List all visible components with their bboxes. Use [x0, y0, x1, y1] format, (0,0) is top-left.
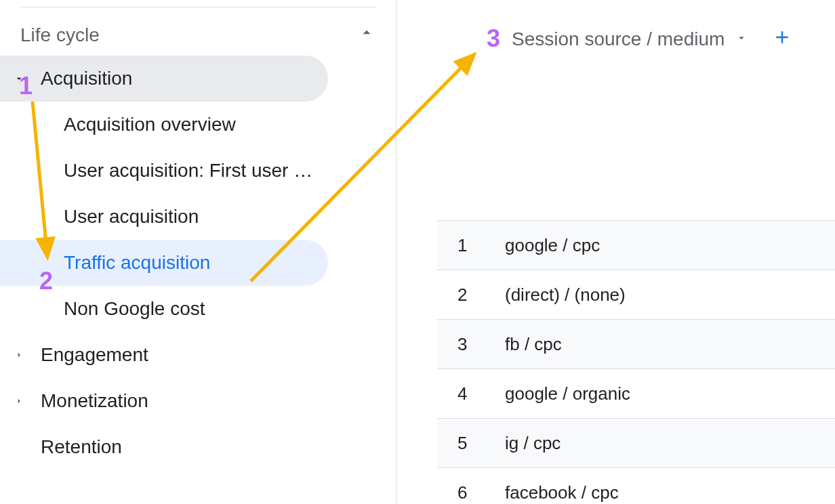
sidebar-item-monetization[interactable]: Monetization [0, 378, 328, 424]
row-value: facebook / cpc [505, 482, 619, 503]
caret-right-icon [14, 396, 41, 406]
row-index: 4 [457, 383, 505, 404]
table-row[interactable]: 3 fb / cpc [437, 320, 835, 369]
sidebar-sub-user-acquisition[interactable]: User acquisition [0, 194, 328, 240]
nav-label: Engagement [41, 344, 148, 366]
sidebar-sub-user-acquisition-first[interactable]: User acquisition: First user … [0, 148, 328, 194]
row-value: fb / cpc [505, 334, 562, 355]
plus-icon [772, 27, 792, 47]
sidebar-sub-traffic-acquisition[interactable]: Traffic acquisition [0, 240, 328, 286]
row-value: google / organic [505, 383, 630, 404]
nav-label: Retention [41, 436, 122, 458]
caret-down-icon [735, 32, 748, 47]
row-value: (direct) / (none) [505, 285, 626, 306]
dimension-selector[interactable]: Session source / medium [512, 27, 792, 51]
dimension-table: 1 google / cpc 2 (direct) / (none) 3 fb … [437, 220, 835, 504]
row-index: 3 [457, 334, 505, 355]
row-index: 2 [457, 285, 505, 306]
table-row[interactable]: 5 ig / cpc [437, 419, 835, 468]
main-content: Session source / medium 1 google / cpc 2… [396, 0, 835, 504]
nav-label: Acquisition [41, 68, 132, 89]
sidebar-sub-acquisition-overview[interactable]: Acquisition overview [0, 102, 328, 148]
sidebar-item-acquisition[interactable]: Acquisition [0, 56, 328, 102]
add-dimension-button[interactable] [772, 27, 792, 51]
table-row[interactable]: 2 (direct) / (none) [437, 270, 835, 320]
chevron-up-icon [358, 24, 375, 46]
sidebar: Life cycle Acquisition Acquisition overv… [0, 0, 396, 504]
sidebar-item-engagement[interactable]: Engagement [0, 332, 328, 378]
table-row[interactable]: 6 facebook / cpc [437, 468, 835, 504]
section-title: Life cycle [20, 24, 100, 46]
dimension-label: Session source / medium [512, 28, 725, 50]
row-value: google / cpc [505, 235, 600, 256]
table-row[interactable]: 4 google / organic [437, 369, 835, 419]
row-index: 6 [457, 482, 505, 503]
caret-right-icon [14, 350, 41, 360]
caret-down-icon [14, 73, 41, 84]
sidebar-item-retention[interactable]: Retention [0, 424, 328, 470]
row-index: 5 [457, 433, 505, 454]
row-index: 1 [457, 235, 505, 256]
sidebar-sub-non-google-cost[interactable]: Non Google cost [0, 286, 328, 332]
sidebar-section-life-cycle[interactable]: Life cycle [0, 14, 396, 56]
row-value: ig / cpc [505, 433, 561, 454]
nav-label: Monetization [41, 390, 148, 412]
table-row[interactable]: 1 google / cpc [437, 221, 835, 270]
